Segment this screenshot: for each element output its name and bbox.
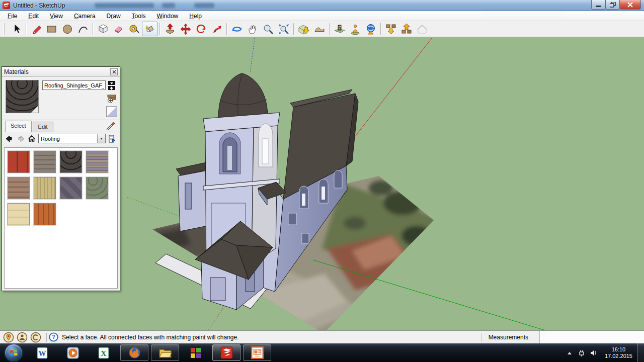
- tool-arc[interactable]: [75, 22, 91, 36]
- tool-paint-bucket[interactable]: [142, 22, 157, 36]
- tool-orbit[interactable]: [229, 22, 245, 36]
- tool-move[interactable]: [178, 22, 193, 36]
- menu-view[interactable]: View: [44, 12, 68, 21]
- collection-value: Roofing: [41, 136, 60, 142]
- tool-zoom-extents[interactable]: [276, 22, 291, 36]
- details-button[interactable]: [108, 134, 117, 143]
- material-swatch-3[interactable]: [60, 151, 82, 173]
- sample-paint-button[interactable]: [106, 121, 116, 131]
- tool-line[interactable]: [28, 22, 44, 36]
- toolbar-grip[interactable]: [3, 23, 5, 35]
- menu-help[interactable]: Help: [184, 12, 207, 21]
- show-hidden-icons-button[interactable]: [564, 347, 576, 359]
- minimize-button[interactable]: [591, 0, 606, 10]
- home-button[interactable]: [27, 134, 36, 143]
- material-name-field[interactable]: [42, 80, 106, 90]
- tab-edit[interactable]: Edit: [33, 122, 53, 132]
- show-desktop-button[interactable]: [637, 343, 644, 362]
- window-titlebar[interactable]: Untitled - SketchUp: [0, 0, 644, 11]
- toolbar-divider: [380, 23, 381, 35]
- tool-share-model[interactable]: [398, 22, 414, 36]
- forward-button[interactable]: [16, 134, 25, 143]
- material-swatch-6[interactable]: [34, 177, 56, 199]
- rectangle-icon: [46, 23, 58, 35]
- tool-eraser[interactable]: [111, 22, 126, 36]
- measurements-value-box[interactable]: [539, 331, 644, 343]
- material-swatch-7[interactable]: [60, 177, 82, 199]
- material-swatch-10[interactable]: [34, 203, 56, 225]
- tool-building-maker[interactable]: [414, 22, 430, 36]
- secondary-pane-button[interactable]: [106, 80, 117, 91]
- plug-icon: [577, 348, 586, 357]
- attribution-badge-icon[interactable]: [17, 332, 28, 343]
- taskbar-app-sketchup[interactable]: [212, 344, 240, 361]
- material-swatch-9[interactable]: [8, 203, 30, 225]
- restore-button[interactable]: [605, 0, 620, 10]
- person-icon: [349, 23, 361, 35]
- start-button[interactable]: [3, 345, 24, 361]
- tool-photo-textures[interactable]: [332, 22, 347, 36]
- menu-edit[interactable]: Edit: [23, 12, 44, 21]
- tab-select-label: Select: [11, 123, 26, 129]
- material-preview-thumbnail: [6, 80, 39, 113]
- taskbar-app-explorer[interactable]: [151, 344, 179, 361]
- tool-tape-measure[interactable]: [126, 22, 142, 36]
- menu-camera[interactable]: Camera: [68, 12, 101, 21]
- tool-add-location[interactable]: [296, 22, 311, 36]
- tool-make-component[interactable]: [95, 22, 111, 36]
- taskbar-app-color-squares[interactable]: [182, 344, 210, 361]
- orbit-icon: [231, 23, 243, 35]
- taskbar: W X: [0, 343, 644, 362]
- collection-dropdown[interactable]: Roofing ▼: [38, 134, 106, 143]
- menu-bar: FileEditViewCameraDrawToolsWindowHelp: [0, 11, 644, 21]
- materials-panel: Materials: [2, 66, 120, 291]
- tool-circle[interactable]: [59, 22, 75, 36]
- tool-get-models[interactable]: [383, 22, 398, 36]
- tab-select[interactable]: Select: [5, 121, 32, 132]
- create-material-button[interactable]: [106, 93, 117, 104]
- material-swatch-5[interactable]: [8, 177, 30, 199]
- add-location-icon: [298, 23, 310, 35]
- tool-add-building[interactable]: [347, 22, 363, 36]
- 3d-viewport[interactable]: Materials: [0, 37, 644, 330]
- tool-toggle-terrain[interactable]: [311, 22, 327, 36]
- tool-zoom[interactable]: [260, 22, 276, 36]
- tool-google-earth[interactable]: [363, 22, 378, 36]
- material-swatch-2[interactable]: [34, 151, 56, 173]
- material-swatch-1[interactable]: [8, 151, 30, 173]
- tool-pan[interactable]: [245, 22, 260, 36]
- materials-panel-close-button[interactable]: [110, 68, 118, 75]
- menu-window[interactable]: Window: [151, 12, 184, 21]
- geolocation-badge-icon[interactable]: [3, 332, 14, 343]
- taskbar-clock[interactable]: 16:10 17.02.2015: [600, 346, 637, 359]
- close-button[interactable]: [619, 0, 641, 10]
- tool-offset[interactable]: [209, 22, 224, 36]
- taskbar-app-powerpoint[interactable]: [243, 344, 271, 361]
- tool-select[interactable]: [8, 22, 24, 36]
- chevron-down-icon[interactable]: ▼: [97, 134, 105, 143]
- material-swatch-4[interactable]: [86, 151, 108, 173]
- taskbar-app-excel[interactable]: X: [90, 344, 118, 361]
- tool-rectangle[interactable]: [44, 22, 59, 36]
- taskbar-app-word[interactable]: W: [28, 344, 56, 361]
- house-icon: [416, 23, 428, 35]
- copyright-badge-icon[interactable]: [30, 332, 41, 343]
- menu-draw[interactable]: Draw: [101, 12, 126, 21]
- tool-rotate[interactable]: [193, 22, 209, 36]
- photo-textures-icon: [334, 23, 346, 35]
- tool-push-pull[interactable]: [162, 22, 178, 36]
- default-material-swatch[interactable]: [106, 106, 117, 117]
- back-button[interactable]: [5, 134, 14, 143]
- sketchup-window-icon: [3, 2, 10, 9]
- menu-file[interactable]: File: [2, 12, 23, 21]
- color-squares-icon: [189, 346, 202, 359]
- material-swatch-8[interactable]: [86, 177, 108, 199]
- taskbar-app-firefox[interactable]: [120, 344, 148, 361]
- volume-icon[interactable]: [588, 347, 600, 359]
- help-icon[interactable]: ?: [49, 332, 58, 342]
- materials-tabs: Select Edit: [2, 120, 120, 132]
- materials-panel-titlebar[interactable]: Materials: [2, 67, 120, 77]
- power-plug-icon[interactable]: [576, 347, 588, 359]
- taskbar-app-media-player[interactable]: [59, 344, 87, 361]
- menu-tools[interactable]: Tools: [126, 12, 151, 21]
